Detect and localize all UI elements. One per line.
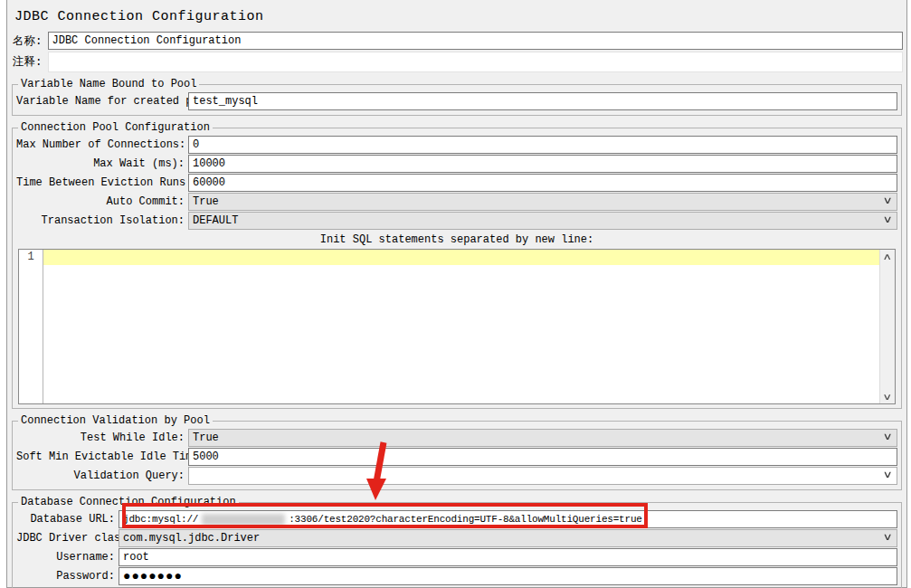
chevron-down-icon: ∨: [882, 531, 892, 543]
name-input[interactable]: [48, 32, 903, 50]
password-label: Password:: [16, 570, 119, 583]
database-connection-section-legend: Database Connection Configuration: [18, 496, 239, 508]
max-connections-row: Max Number of Connections:: [16, 136, 897, 154]
eviction-runs-label: Time Between Eviction Runs (ms):: [16, 176, 188, 189]
jdbc-driver-value: com.mysql.jdbc.Driver: [123, 532, 260, 545]
editor-vertical-scrollbar[interactable]: ∧ ∨: [879, 250, 895, 403]
comment-label: 注释:: [11, 54, 48, 70]
jdbc-driver-row: JDBC Driver class: com.mysql.jdbc.Driver…: [16, 529, 897, 547]
auto-commit-select[interactable]: True ∨: [188, 193, 897, 211]
transaction-isolation-select[interactable]: DEFAULT ∨: [188, 212, 897, 230]
init-sql-label: Init SQL statements separated by new lin…: [16, 233, 897, 246]
max-wait-label: Max Wait (ms):: [16, 157, 188, 170]
soft-min-evictable-label: Soft Min Evictable Idle Time(ms):: [16, 450, 188, 463]
max-connections-input[interactable]: [188, 136, 897, 154]
validation-section-legend: Connection Validation by Pool: [18, 414, 213, 427]
username-label: Username:: [16, 551, 119, 564]
variable-name-section-legend: Variable Name Bound to Pool: [18, 78, 199, 90]
transaction-isolation-value: DEFAULT: [193, 214, 238, 227]
chevron-down-icon: ∨: [882, 213, 892, 225]
chevron-down-icon: ∨: [882, 469, 892, 480]
pool-config-section: Connection Pool Configuration Max Number…: [12, 121, 902, 409]
auto-commit-row: Auto Commit: True ∨: [16, 193, 897, 211]
test-while-idle-value: True: [193, 432, 219, 444]
comment-row: 注释:: [11, 52, 903, 72]
eviction-runs-row: Time Between Eviction Runs (ms):: [16, 174, 897, 192]
jdbc-config-panel: JDBC Connection Configuration 名称: 注释: Va…: [6, 0, 907, 588]
validation-section: Connection Validation by Pool Test While…: [12, 414, 902, 490]
jdbc-driver-label: JDBC Driver class:: [16, 532, 119, 545]
variable-name-row: Variable Name for created pool:: [16, 92, 897, 110]
editor-text-area[interactable]: [43, 250, 879, 403]
username-row: Username:: [16, 548, 897, 566]
page-title: JDBC Connection Configuration: [7, 5, 906, 30]
soft-min-evictable-row: Soft Min Evictable Idle Time(ms):: [16, 448, 897, 466]
password-row: Password:: [16, 567, 897, 585]
variable-name-section: Variable Name Bound to Pool Variable Nam…: [12, 78, 902, 116]
test-while-idle-select[interactable]: True ∨: [188, 429, 897, 447]
editor-current-line-highlight: [43, 250, 879, 265]
database-url-row: Database URL: jdbc:mysql:// :3306/test20…: [16, 510, 897, 528]
eviction-runs-input[interactable]: [188, 174, 897, 192]
validation-query-row: Validation Query: ∨: [16, 467, 897, 485]
username-input[interactable]: [119, 548, 897, 566]
name-label: 名称:: [11, 33, 48, 49]
database-url-input[interactable]: jdbc:mysql:// :3306/test2020?characterEn…: [119, 510, 897, 528]
auto-commit-value: True: [193, 195, 219, 208]
validation-query-label: Validation Query:: [16, 469, 188, 482]
pool-config-section-legend: Connection Pool Configuration: [18, 121, 213, 134]
init-sql-editor[interactable]: 1 ∧ ∨: [18, 249, 896, 404]
auto-commit-label: Auto Commit:: [16, 195, 188, 208]
max-connections-label: Max Number of Connections:: [16, 138, 188, 151]
comment-input[interactable]: [48, 52, 903, 72]
password-input[interactable]: [119, 567, 897, 585]
validation-query-select[interactable]: ∨: [188, 467, 897, 485]
max-wait-input[interactable]: [188, 155, 897, 173]
max-wait-row: Max Wait (ms):: [16, 155, 897, 173]
editor-line-number: 1: [19, 250, 43, 403]
transaction-isolation-label: Transaction Isolation:: [16, 214, 188, 227]
test-while-idle-row: Test While Idle: True ∨: [16, 429, 897, 447]
database-url-label: Database URL:: [16, 513, 119, 526]
database-url-prefix: jdbc:mysql://: [123, 514, 198, 525]
test-while-idle-label: Test While Idle:: [16, 432, 188, 444]
chevron-down-icon: ∨: [882, 431, 892, 442]
jdbc-driver-select[interactable]: com.mysql.jdbc.Driver ∨: [119, 529, 897, 547]
redacted-host-blur: [202, 514, 285, 526]
scroll-up-icon[interactable]: ∧: [882, 251, 892, 261]
database-url-suffix: :3306/test2020?characterEncoding=UTF-8&a…: [289, 514, 641, 525]
chevron-down-icon: ∨: [882, 194, 892, 206]
scroll-down-icon[interactable]: ∨: [882, 392, 892, 402]
transaction-isolation-row: Transaction Isolation: DEFAULT ∨: [16, 212, 897, 230]
variable-name-input[interactable]: [188, 92, 897, 110]
database-connection-section: Database Connection Configuration Databa…: [12, 496, 902, 588]
variable-name-label: Variable Name for created pool:: [16, 95, 188, 108]
soft-min-evictable-input[interactable]: [188, 448, 897, 466]
name-row: 名称:: [11, 32, 903, 50]
